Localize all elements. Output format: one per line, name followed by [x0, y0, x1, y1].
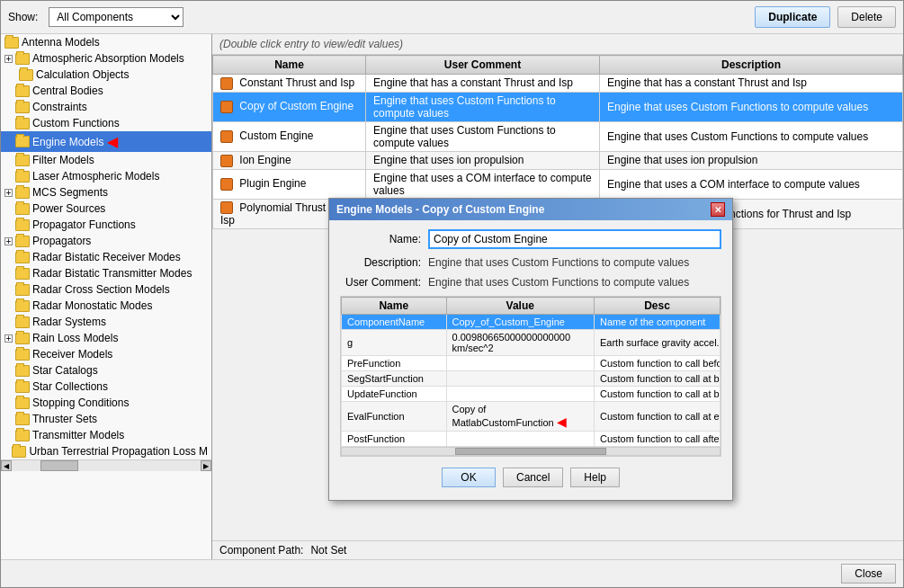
sidebar-item-stopping-conditions[interactable]: Stopping Conditions — [1, 395, 211, 411]
table-cell-name: Copy of Custom Engine — [213, 92, 366, 121]
ok-button[interactable]: OK — [442, 468, 496, 487]
modal-table-row[interactable]: PreFunction Custom function to call befo… — [342, 356, 721, 371]
cancel-button[interactable]: Cancel — [503, 468, 563, 487]
folder-icon — [15, 252, 30, 263]
sidebar-item-star-collections[interactable]: Star Collections — [1, 379, 211, 395]
sidebar-item-label: Radar Systems — [32, 316, 106, 328]
scroll-left-btn[interactable]: ◀ — [1, 460, 12, 471]
row-arrow-icon: ◀ — [557, 414, 567, 429]
name-input[interactable] — [428, 229, 721, 249]
sidebar-item-star-catalogs[interactable]: Star Catalogs — [1, 362, 211, 379]
table-cell-comment: Engine that uses a COM interface to comp… — [366, 169, 600, 199]
name-label: Name: — [340, 233, 421, 245]
sidebar-item-antenna-models[interactable]: Antenna Models — [1, 34, 211, 50]
modal-col-name: Name — [342, 298, 447, 315]
sidebar-item-urban-terrestrial[interactable]: Urban Terrestrial Propagation Loss M — [1, 443, 211, 459]
folder-icon — [15, 430, 30, 441]
modal-table-row[interactable]: ComponentName Copy_of_Custom_Engine Name… — [342, 315, 721, 330]
scroll-right-btn[interactable]: ▶ — [201, 460, 211, 471]
table-row[interactable]: Constant Thrust and Isp Engine that has … — [213, 75, 903, 93]
folder-icon — [15, 365, 30, 377]
folder-icon — [15, 187, 30, 199]
table-cell-description: Engine that has a constant Thrust and Is… — [600, 75, 903, 93]
folder-icon — [15, 85, 30, 97]
folder-icon — [15, 118, 30, 129]
modal-cell-value — [446, 432, 594, 447]
modal-cell-desc: Earth surface gravity accel. f — [595, 330, 721, 356]
name-row: Name: — [340, 229, 721, 249]
table-row[interactable]: Copy of Custom Engine Engine that uses C… — [213, 92, 903, 121]
sidebar-item-radar-bistatic-receiver[interactable]: Radar Bistatic Receiver Modes — [1, 249, 211, 265]
sidebar-item-transmitter-models[interactable]: Transmitter Models — [1, 427, 211, 443]
sidebar-item-radar-systems[interactable]: Radar Systems — [1, 314, 211, 330]
modal-close-button[interactable]: ✕ — [711, 202, 725, 217]
component-path-label: Component Path: — [219, 544, 303, 557]
horiz-scroll-thumb — [40, 460, 78, 471]
sidebar-item-radar-cross-section[interactable]: Radar Cross Section Models — [1, 281, 211, 298]
folder-icon — [15, 414, 30, 425]
show-dropdown[interactable]: All Components — [49, 7, 183, 27]
sidebar-item-radar-bistatic-transmitter[interactable]: Radar Bistatic Transmitter Modes — [1, 265, 211, 281]
table-cell-description: Engine that uses a COM interface to comp… — [600, 169, 903, 199]
sidebar-item-custom-functions[interactable]: Custom Functions — [1, 115, 211, 131]
sidebar-item-rain-loss[interactable]: + Rain Loss Models — [1, 330, 211, 346]
sidebar-item-propagators[interactable]: + Propagators — [1, 233, 211, 249]
show-label: Show: — [8, 11, 38, 23]
table-cell-name: Ion Engine — [213, 151, 366, 169]
modal-horiz-scrollbar[interactable] — [341, 447, 721, 456]
modal-cell-name: ComponentName — [342, 315, 447, 330]
modal-table-row[interactable]: SegStartFunction Custom function to call… — [342, 371, 721, 387]
modal-table-row[interactable]: UpdateFunction Custom function to call a… — [342, 387, 721, 402]
horiz-scroll-track[interactable] — [12, 460, 201, 471]
table-cell-name: Custom Engine — [213, 121, 366, 151]
sidebar-item-atmospheric[interactable]: + Atmospheric Absorption Models — [1, 50, 211, 67]
modal-table-row[interactable]: PostFunction Custom function to call aft… — [342, 432, 721, 447]
sidebar-item-calculation-objects[interactable]: Calculation Objects — [1, 67, 211, 83]
folder-icon — [15, 155, 30, 166]
sidebar-item-filter-models[interactable]: Filter Models — [1, 152, 211, 168]
sidebar-item-engine-models[interactable]: Engine Models ◀ — [1, 131, 211, 152]
sidebar-item-constraints[interactable]: Constraints — [1, 99, 211, 115]
sidebar-item-label: Filter Models — [32, 154, 94, 166]
table-row[interactable]: Plugin Engine Engine that uses a COM int… — [213, 169, 903, 199]
sidebar-item-propagator-functions[interactable]: Propagator Functions — [1, 217, 211, 233]
sidebar-item-radar-monostatic[interactable]: Radar Monostatic Modes — [1, 298, 211, 314]
sidebar-item-label: Rain Loss Models — [32, 332, 118, 344]
modal-cell-name: PreFunction — [342, 356, 447, 371]
sidebar-item-label: Star Catalogs — [32, 364, 98, 377]
sidebar-item-label: Custom Functions — [32, 117, 120, 129]
sidebar-item-laser-atmospheric[interactable]: Laser Atmospheric Models — [1, 168, 211, 184]
col-header-comment: User Comment — [366, 56, 600, 75]
sidebar-item-central-bodies[interactable]: Central Bodies — [1, 83, 211, 99]
expand-icon[interactable]: + — [4, 237, 13, 245]
table-cell-description: Engine that uses ion propulsion — [600, 151, 903, 169]
folder-icon — [15, 171, 30, 183]
modal-table-row[interactable]: EvalFunction Copy of MatlabCustomFunctio… — [342, 402, 721, 432]
modal-cell-value: 0.00980665000000000000 km/sec^2 — [446, 330, 594, 356]
expand-icon[interactable]: + — [4, 55, 13, 63]
sidebar-item-thruster-sets[interactable]: Thruster Sets — [1, 411, 211, 427]
expand-icon[interactable]: + — [4, 189, 13, 197]
table-row[interactable]: Custom Engine Engine that uses Custom Fu… — [213, 121, 903, 151]
duplicate-button[interactable]: Duplicate — [755, 6, 830, 28]
sidebar-item-receiver-models[interactable]: Receiver Models — [1, 346, 211, 362]
sidebar-item-mcs-segments[interactable]: + MCS Segments — [1, 184, 211, 200]
expand-icon[interactable]: + — [4, 334, 13, 343]
folder-icon — [4, 37, 19, 49]
sidebar-item-label: Central Bodies — [32, 85, 103, 97]
close-button[interactable]: Close — [841, 564, 896, 584]
sidebar-item-label: Constraints — [32, 101, 87, 113]
modal-cell-desc: Custom function to call before — [595, 356, 721, 371]
folder-icon — [15, 333, 30, 344]
modal-cell-value — [446, 371, 594, 387]
modal-cell-name: g — [342, 330, 447, 356]
folder-icon — [15, 136, 30, 147]
help-button[interactable]: Help — [570, 468, 620, 487]
description-label: Description: — [340, 256, 421, 269]
table-row[interactable]: Ion Engine Engine that uses ion propulsi… — [213, 151, 903, 169]
bottom-bar: Close — [1, 559, 903, 587]
sidebar-item-power-sources[interactable]: Power Sources — [1, 200, 211, 217]
modal-table-row[interactable]: g 0.00980665000000000000 km/sec^2 Earth … — [342, 330, 721, 356]
delete-button[interactable]: Delete — [837, 6, 896, 28]
sidebar-item-label: Calculation Objects — [36, 68, 129, 81]
